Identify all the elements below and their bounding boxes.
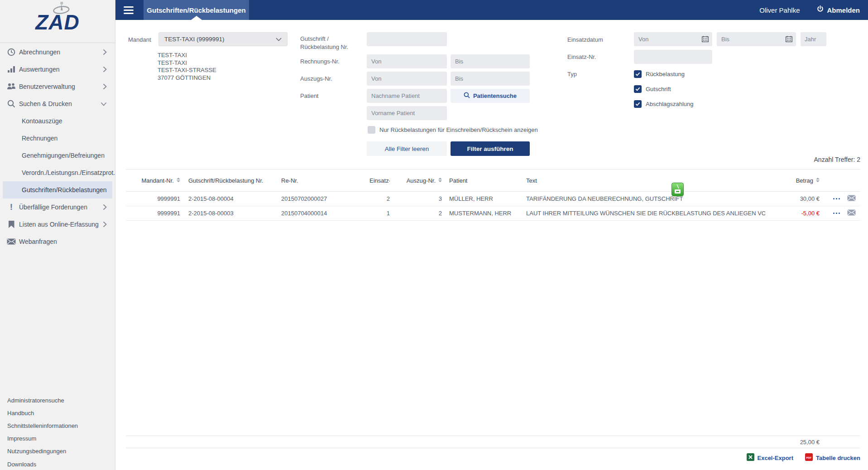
auszugs-nr-bis-input[interactable] <box>451 72 530 86</box>
footer-link-label: Handbuch <box>7 410 34 417</box>
print-table-button[interactable]: PDF Tabelle drucken <box>805 453 860 462</box>
sidebar-subitem-label: Rechnungen <box>22 135 58 142</box>
calendar-icon[interactable] <box>702 36 709 44</box>
footer-link-label: Downloads <box>7 461 36 468</box>
typ-abschlagszahlung-row: Abschlagszahlung <box>634 100 694 108</box>
app-window: ZAD Abrechnungen Auswertungen <box>0 0 868 470</box>
excel-export-label: Excel-Export <box>758 455 793 461</box>
row-menu-button[interactable] <box>833 198 840 200</box>
row-menu-button[interactable] <box>833 213 840 214</box>
sidebar-item-rechnungen[interactable]: Rechnungen <box>0 130 115 147</box>
sidebar-subitem-label: Verordn./Leistungsn./Einsatzprot. <box>22 169 115 176</box>
chevron-right-icon <box>103 66 107 73</box>
link-nutzungsbedingungen[interactable]: Nutzungsbedingungen <box>0 445 115 458</box>
address-line: TEST-TAXI <box>158 52 216 59</box>
chevron-down-icon <box>276 38 282 41</box>
patientensuche-button[interactable]: Patientensuche <box>451 89 530 103</box>
einsatz-nr-input[interactable] <box>634 50 712 64</box>
total-betrag: 25,00 € <box>765 439 820 446</box>
hamburger-menu-icon[interactable] <box>124 6 134 14</box>
sidebar-nav: Abrechnungen Auswertungen Benutzerverwal <box>0 44 115 250</box>
einsatzdatum-von-input[interactable] <box>634 32 712 46</box>
sidebar-item-label: Abrechnungen <box>19 48 60 56</box>
footer-link-label: Administratorensuche <box>7 397 64 404</box>
table-row[interactable]: 9999991 2-2015-08-00004 20150702000027 2… <box>126 192 860 206</box>
sidebar-item-webanfragen[interactable]: Webanfragen <box>0 233 115 250</box>
sidebar-item-genehmigungen[interactable]: Genehmigungen/Befreiungen <box>0 147 115 164</box>
abschlagszahlung-label: Abschlagszahlung <box>646 101 694 107</box>
sidebar-item-kontoauszuege[interactable]: Kontoauszüge <box>0 112 115 130</box>
mandant-select[interactable]: TEST-TAXI (9999991) <box>158 32 288 46</box>
logout-button[interactable]: Abmelden <box>817 5 860 15</box>
rechnungs-nr-von-input[interactable] <box>367 54 447 68</box>
cell-auszug-nr: 2 <box>390 210 442 217</box>
export-toolbar: Excel-Export PDF Tabelle drucken <box>747 453 861 462</box>
cell-gutschrift-nr: 2-2015-08-00004 <box>180 195 268 202</box>
cell-betrag: 30,00 € <box>765 195 820 202</box>
sidebar-item-verordnungen[interactable]: Verordn./Leistungsn./Einsatzprot. <box>0 164 115 181</box>
link-administratorensuche[interactable]: Administratorensuche <box>0 394 115 407</box>
address-line: 37077 GÖTTINGEN <box>158 74 216 82</box>
excel-export-button[interactable]: Excel-Export <box>747 453 793 462</box>
nachname-patient-input[interactable] <box>367 89 447 103</box>
sidebar-item-auswertungen[interactable]: Auswertungen <box>0 61 115 78</box>
logo-text: ZAD <box>0 10 115 34</box>
gutschrift-checkbox[interactable] <box>634 85 642 93</box>
auszugs-nr-von-input[interactable] <box>367 72 447 86</box>
table-row[interactable]: 9999991 2-2015-08-00003 20150704000014 1… <box>126 206 860 221</box>
typ-gutschrift-row: Gutschrift <box>634 85 671 93</box>
einschreiben-checkbox[interactable] <box>368 126 375 134</box>
calendar-icon[interactable] <box>786 36 792 44</box>
envelope-icon[interactable] <box>847 209 856 217</box>
sidebar-item-listen-online[interactable]: Listen aus Online-Erfassung <box>0 216 115 233</box>
patientensuche-label: Patientensuche <box>473 92 517 99</box>
cell-patient: MUSTERMANN, HERR <box>442 210 526 217</box>
apply-filters-button[interactable]: Filter ausführen <box>451 141 530 156</box>
column-header-einsatz-nr[interactable]: Einsatz-Nr. <box>369 177 390 184</box>
column-header-betrag[interactable]: Betrag <box>765 177 820 184</box>
clear-filters-button[interactable]: Alle Filter leeren <box>367 141 447 156</box>
sidebar-item-label: Überfällige Forderungen <box>19 204 87 211</box>
jahr-input[interactable] <box>801 32 826 46</box>
cell-patient: MÜLLER, HERR <box>442 195 526 202</box>
link-schnittstelleninformationen[interactable]: Schnittstelleninformationen <box>0 419 115 432</box>
envelope-icon <box>5 238 17 245</box>
sidebar-item-ueberfaellige[interactable]: Überfällige Forderungen <box>0 199 115 216</box>
sidebar-item-suchen-drucken[interactable]: Suchen & Drucken <box>0 95 115 112</box>
tab-label: Gutschriften/Rückbelastungen <box>147 6 245 14</box>
gutschrift-nr-input[interactable] <box>367 32 447 46</box>
tab-gutschriften-rueckbelastungen[interactable]: Gutschriften/Rückbelastungen <box>144 0 249 20</box>
gutschrift-label: Gutschrift <box>646 86 671 92</box>
rueckbelastung-checkbox[interactable] <box>634 70 642 78</box>
logo: ZAD <box>0 0 115 43</box>
print-table-label: Tabelle drucken <box>816 455 860 461</box>
column-header-auszug-nr[interactable]: Auszug-Nr. <box>390 177 442 184</box>
sidebar-item-label: Auswertungen <box>19 66 60 73</box>
envelope-icon[interactable] <box>847 195 856 203</box>
sidebar-item-gutschriften-active[interactable]: Gutschriften/Rückbelastungen <box>3 181 112 199</box>
chevron-right-icon <box>103 83 107 90</box>
sidebar-subitem-label: Genehmigungen/Befreiungen <box>22 152 105 159</box>
link-impressum[interactable]: Impressum <box>0 432 115 445</box>
sidebar-item-benutzerverwaltung[interactable]: Benutzerverwaltung <box>0 78 115 95</box>
exclamation-icon <box>5 202 17 212</box>
bar-chart-icon <box>5 66 17 73</box>
link-handbuch[interactable]: Handbuch <box>0 407 115 419</box>
typ-label: Typ <box>567 71 577 78</box>
link-downloads[interactable]: Downloads <box>0 458 115 470</box>
cell-text: TARIFÄNDERUNG DA NEUBERECHNUNG, GUTSCHRI… <box>526 195 765 202</box>
einschreiben-checkbox-row: Nur Rückbelastungen für Einschreiben/Rüc… <box>368 126 538 134</box>
cell-auszug-nr: 3 <box>390 195 442 202</box>
mandant-selected-value: TEST-TAXI (9999991) <box>164 36 225 43</box>
column-header-mandant-nr[interactable]: Mandant-Nr. <box>126 177 180 184</box>
sidebar-item-label: Webanfragen <box>19 238 57 245</box>
result-count: Anzahl Treffer: 2 <box>814 156 860 163</box>
rueckbelastung-label: Rückbelastung <box>646 71 685 78</box>
vorname-patient-input[interactable] <box>367 106 447 120</box>
abschlagszahlung-checkbox[interactable] <box>634 100 642 108</box>
rechnungs-nr-bis-input[interactable] <box>451 54 530 68</box>
power-icon <box>817 5 824 15</box>
einsatzdatum-bis-input[interactable] <box>717 32 796 46</box>
sidebar-item-abrechnungen[interactable]: Abrechnungen <box>0 44 115 61</box>
cell-mandant-nr: 9999991 <box>126 210 180 217</box>
